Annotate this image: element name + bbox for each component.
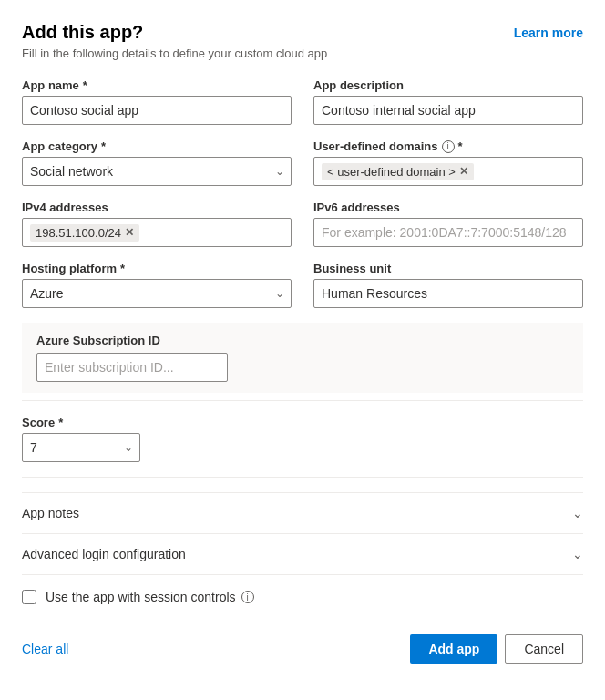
ipv4-input[interactable]: 198.51.100.0/24 ✕	[22, 218, 292, 247]
hosting-platform-select-wrapper: Azure ⌄	[22, 279, 292, 308]
ipv6-label: IPv6 addresses	[313, 201, 583, 214]
session-controls-section: Use the app with session controls i	[22, 575, 583, 619]
add-app-button[interactable]: Add app	[410, 634, 497, 664]
app-notes-accordion: App notes ⌄	[22, 493, 583, 534]
app-category-select-wrapper: Social network ⌄	[22, 157, 292, 186]
score-select[interactable]: 7	[22, 433, 140, 462]
app-notes-accordion-header[interactable]: App notes ⌄	[22, 493, 583, 533]
header-text: Add this app? Fill in the following deta…	[22, 22, 327, 60]
session-controls-label: Use the app with session controls i	[46, 590, 254, 604]
page-subtitle: Fill in the following details to define …	[22, 46, 327, 60]
advanced-login-label: Advanced login configuration	[22, 547, 186, 561]
ipv4-label: IPv4 addresses	[22, 201, 292, 214]
app-description-label: App description	[313, 78, 583, 92]
user-defined-domains-input[interactable]: < user-defined domain > ✕	[313, 157, 583, 186]
hosting-platform-select[interactable]: Azure	[22, 279, 292, 308]
app-category-field: App category Social network ⌄	[22, 139, 292, 186]
advanced-login-accordion-header[interactable]: Advanced login configuration ⌄	[22, 534, 583, 574]
business-unit-field: Business unit	[313, 262, 583, 308]
user-defined-domain-tag-close[interactable]: ✕	[459, 165, 468, 178]
hosting-platform-field: Hosting platform Azure ⌄	[22, 262, 292, 308]
page-title: Add this app?	[22, 22, 327, 43]
ipv4-tag-close[interactable]: ✕	[125, 226, 134, 239]
app-description-field: App description	[313, 78, 583, 125]
learn-more-link[interactable]: Learn more	[514, 22, 583, 40]
hosting-platform-label: Hosting platform	[22, 262, 292, 275]
divider-2	[22, 477, 583, 478]
footer-actions: Add app Cancel	[410, 634, 583, 664]
app-name-input[interactable]	[22, 96, 292, 125]
form-header: Add this app? Fill in the following deta…	[22, 22, 583, 60]
user-defined-domains-field: User-defined domains i < user-defined do…	[313, 139, 583, 186]
app-description-input[interactable]	[313, 96, 583, 125]
session-controls-checkbox[interactable]	[22, 590, 36, 604]
user-defined-domain-tag: < user-defined domain > ✕	[322, 163, 474, 180]
session-controls-info-icon[interactable]: i	[241, 591, 254, 603]
user-defined-domains-info-icon[interactable]: i	[442, 140, 455, 153]
app-name-field: App name	[22, 78, 292, 125]
app-name-label: App name	[22, 78, 292, 92]
score-select-wrapper: 7 ⌄	[22, 433, 140, 462]
azure-sub-label: Azure Subscription ID	[36, 334, 569, 347]
score-section: Score 7 ⌄	[22, 416, 583, 462]
app-category-label: App category	[22, 139, 292, 153]
advanced-login-accordion: Advanced login configuration ⌄	[22, 534, 583, 575]
app-category-select[interactable]: Social network	[22, 157, 292, 186]
cancel-button[interactable]: Cancel	[505, 634, 583, 664]
divider-1	[22, 400, 583, 401]
ipv4-field: IPv4 addresses 198.51.100.0/24 ✕	[22, 201, 292, 247]
ipv6-field: IPv6 addresses	[313, 201, 583, 247]
business-unit-input[interactable]	[313, 279, 583, 308]
app-notes-label: App notes	[22, 506, 79, 520]
business-unit-label: Business unit	[313, 262, 583, 275]
accordion-section: App notes ⌄ Advanced login configuration…	[22, 492, 583, 575]
score-label: Score	[22, 416, 583, 429]
user-defined-domains-label: User-defined domains i	[313, 139, 583, 153]
form-footer: Clear all Add app Cancel	[22, 623, 583, 664]
ipv6-input[interactable]	[313, 218, 583, 247]
azure-sub-section: Azure Subscription ID	[22, 323, 583, 393]
app-notes-chevron-icon: ⌄	[572, 506, 583, 520]
advanced-login-chevron-icon: ⌄	[572, 547, 583, 561]
ipv4-tag: 198.51.100.0/24 ✕	[30, 224, 139, 242]
clear-all-button[interactable]: Clear all	[22, 642, 68, 656]
azure-sub-input[interactable]	[36, 353, 228, 382]
